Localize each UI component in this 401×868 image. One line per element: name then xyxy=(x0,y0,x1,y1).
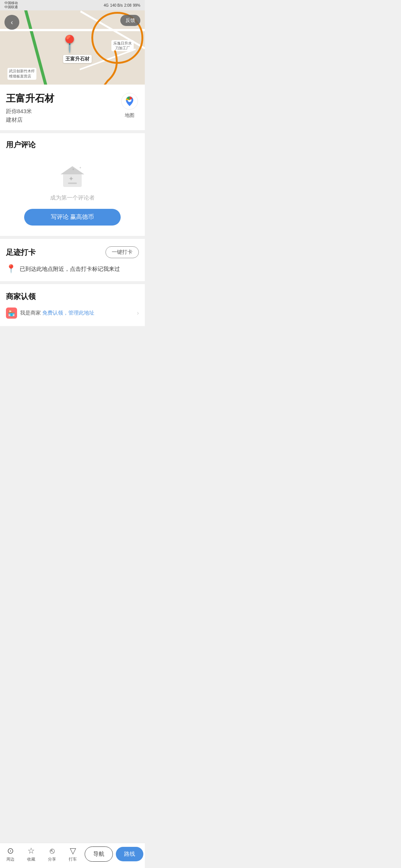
map-label-stone: 王富升石材 xyxy=(63,55,92,63)
svg-text:✦: ✦ xyxy=(68,175,74,183)
merchant-preview[interactable]: 🏪 我是商家 免费认领，管理此地址 › xyxy=(6,308,139,319)
annotation-arrow xyxy=(78,47,123,85)
place-distance: 距你843米 xyxy=(6,108,54,115)
place-info-left: 王富升石材 距你843米 建材店 xyxy=(6,92,54,124)
place-info-card: 王富升石材 距你843米 建材店 地图 xyxy=(0,85,145,130)
status-right: 4G 140 B/s 2:08 99% xyxy=(104,3,140,7)
back-button[interactable]: ‹ xyxy=(4,15,19,30)
write-review-button[interactable]: 写评论 赢高德币 xyxy=(24,209,121,226)
merchant-text: 我是商家 免费认领，管理此地址 xyxy=(20,310,134,316)
carrier-info: 中国移动 中国联通 xyxy=(4,1,18,9)
map-label-bamboo: 武汉创新竹木纤维墙板直营店 xyxy=(7,68,36,80)
svg-text:✦: ✦ xyxy=(72,167,75,171)
map-pin: 📍 xyxy=(59,36,80,52)
wifi-speed: 140 B/s xyxy=(110,3,123,7)
road-white-1 xyxy=(0,29,145,31)
place-type: 建材店 xyxy=(6,116,54,124)
svg-text:✦: ✦ xyxy=(79,166,82,170)
reviews-title: 用户评论 xyxy=(6,140,139,150)
map-label-factory: 乐逸日升水刀加工厂 xyxy=(111,40,134,51)
merchant-title: 商家认领 xyxy=(6,292,139,302)
merchant-icon: 🏪 xyxy=(6,308,17,319)
merchant-text-blue: 免费认领，管理此地址 xyxy=(42,310,94,316)
feedback-button[interactable]: 反馈 xyxy=(120,15,140,26)
footprint-header: 足迹打卡 一键打卡 xyxy=(6,246,139,258)
one-click-button[interactable]: 一键打卡 xyxy=(105,246,139,258)
map-icon-label: 地图 xyxy=(125,112,134,119)
svg-rect-8 xyxy=(68,183,77,184)
footprint-text: 已到达此地点附近，点击打卡标记我来过 xyxy=(20,266,120,273)
reviews-empty-state: ✦ ✦ ✦ 成为第一个评论者 写评论 赢高德币 xyxy=(6,156,139,229)
map-icon xyxy=(120,92,139,111)
merchant-arrow-icon: › xyxy=(137,310,139,316)
battery-indicator: 99% xyxy=(133,3,140,7)
signal-indicator: 4G xyxy=(104,3,108,7)
footprint-info: 📍 已到达此地点附近，点击打卡标记我来过 xyxy=(6,264,139,274)
reviews-card: 用户评论 ✦ ✦ ✦ 成为第一个评论者 写评论 赢高德币 xyxy=(0,133,145,236)
map-view: 武汉创新竹木纤维墙板直营店 📍 王富升石材 乐逸日升水刀加工厂 ‹ 反馈 xyxy=(0,10,145,85)
status-bar: 中国移动 中国联通 4G 140 B/s 2:08 99% xyxy=(0,0,145,10)
time-display: 2:08 xyxy=(124,3,131,7)
location-dot-icon: 📍 xyxy=(6,264,16,274)
place-name: 王富升石材 xyxy=(6,92,54,105)
footprint-title: 足迹打卡 xyxy=(6,247,36,257)
reviews-empty-text: 成为第一个评论者 xyxy=(50,194,95,201)
merchant-card: 商家认领 🏪 我是商家 免费认领，管理此地址 › xyxy=(0,284,145,326)
empty-icon: ✦ ✦ ✦ xyxy=(58,163,87,189)
open-map-button[interactable]: 地图 xyxy=(120,92,139,119)
footprint-card: 足迹打卡 一键打卡 📍 已到达此地点附近，点击打卡标记我来过 xyxy=(0,239,145,281)
